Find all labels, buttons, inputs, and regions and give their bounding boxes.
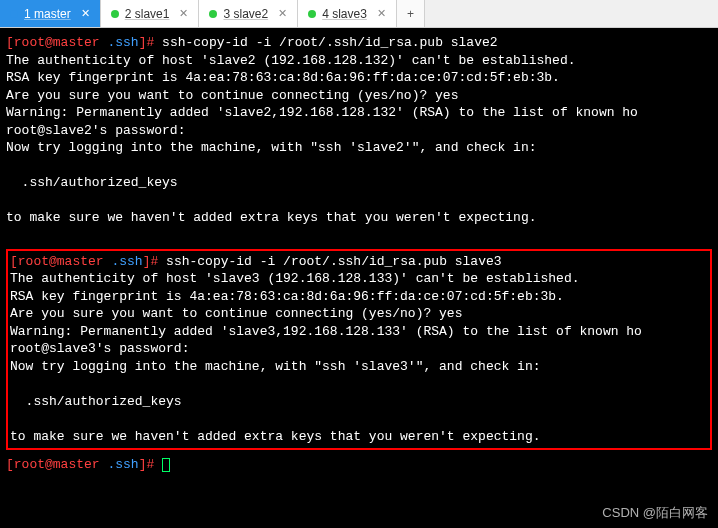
dot-icon — [308, 10, 316, 18]
terminal-line: root@slave3's password: — [10, 340, 708, 358]
prompt-line: [root@master .ssh]# ssh-copy-id -i /root… — [6, 34, 712, 52]
close-icon[interactable]: ✕ — [81, 7, 90, 20]
highlighted-block: [root@master .ssh]# ssh-copy-id -i /root… — [6, 249, 712, 450]
prompt-line: [root@master .ssh]# ssh-copy-id -i /root… — [10, 253, 708, 271]
terminal-line: Warning: Permanently added 'slave2,192.1… — [6, 104, 712, 122]
tab-slave3[interactable]: 4 slave3 ✕ — [298, 0, 397, 27]
terminal-line: to make sure we haven't added extra keys… — [6, 209, 712, 227]
blank-line — [6, 157, 712, 175]
cursor-icon — [162, 458, 170, 472]
dot-icon — [111, 10, 119, 18]
terminal-line: Now try logging into the machine, with "… — [6, 139, 712, 157]
blank-line — [6, 192, 712, 210]
plus-icon: + — [407, 7, 414, 21]
tab-add-button[interactable]: + — [397, 0, 425, 27]
tab-bar: 1 master ✕ 2 slave1 ✕ 3 slave2 ✕ 4 slave… — [0, 0, 718, 28]
tab-master[interactable]: 1 master ✕ — [0, 0, 101, 27]
terminal-line: to make sure we haven't added extra keys… — [10, 428, 708, 446]
blank-line — [10, 375, 708, 393]
close-icon[interactable]: ✕ — [278, 7, 287, 20]
tab-slave1[interactable]: 2 slave1 ✕ — [101, 0, 200, 27]
terminal-line: The authenticity of host 'slave3 (192.16… — [10, 270, 708, 288]
tab-label: 3 slave2 — [223, 7, 268, 21]
tab-label: 2 slave1 — [125, 7, 170, 21]
close-icon[interactable]: ✕ — [377, 7, 386, 20]
prompt-line: [root@master .ssh]# — [6, 456, 712, 474]
dot-icon — [10, 10, 18, 18]
terminal-line: Are you sure you want to continue connec… — [10, 305, 708, 323]
terminal-line: .ssh/authorized_keys — [10, 393, 708, 411]
dot-icon — [209, 10, 217, 18]
terminal-line: RSA key fingerprint is 4a:ea:78:63:ca:8d… — [6, 69, 712, 87]
terminal-line: RSA key fingerprint is 4a:ea:78:63:ca:8d… — [10, 288, 708, 306]
terminal-line: Now try logging into the machine, with "… — [10, 358, 708, 376]
terminal-line: Warning: Permanently added 'slave3,192.1… — [10, 323, 708, 341]
terminal[interactable]: [root@master .ssh]# ssh-copy-id -i /root… — [0, 28, 718, 528]
terminal-line: The authenticity of host 'slave2 (192.16… — [6, 52, 712, 70]
blank-line — [10, 410, 708, 428]
blank-line — [6, 227, 712, 245]
terminal-line: root@slave2's password: — [6, 122, 712, 140]
terminal-line: Are you sure you want to continue connec… — [6, 87, 712, 105]
close-icon[interactable]: ✕ — [179, 7, 188, 20]
tab-slave2[interactable]: 3 slave2 ✕ — [199, 0, 298, 27]
tab-label: 4 slave3 — [322, 7, 367, 21]
watermark: CSDN @陌白网客 — [602, 504, 708, 522]
tab-label: 1 master — [24, 7, 71, 21]
terminal-line: .ssh/authorized_keys — [6, 174, 712, 192]
